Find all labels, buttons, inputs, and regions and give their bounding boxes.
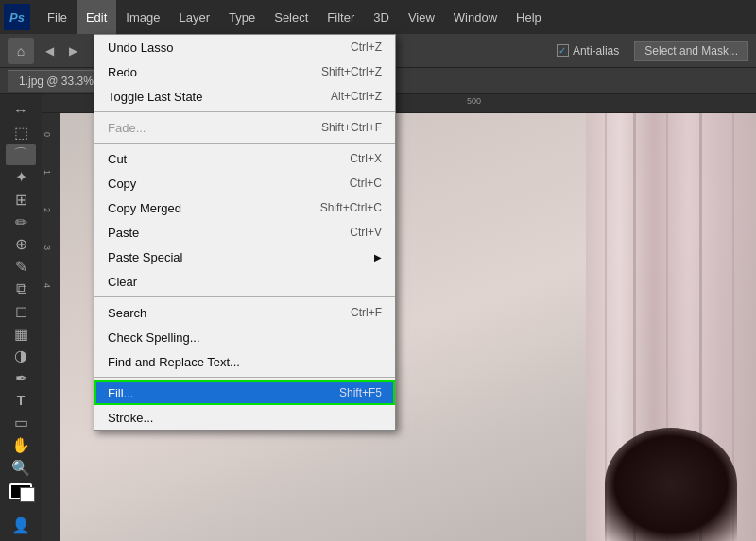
menu-item-redo-shortcut: Shift+Ctrl+Z xyxy=(321,65,382,78)
shape-tool[interactable]: ▭ xyxy=(6,413,36,433)
menu-item-check-spelling-label: Check Spelling... xyxy=(108,330,200,345)
figure xyxy=(605,428,737,541)
menu-file[interactable]: File xyxy=(38,0,77,34)
menu-filter[interactable]: Filter xyxy=(318,0,364,34)
divider-1 xyxy=(94,111,395,112)
hand-tool[interactable]: ✋ xyxy=(6,435,36,456)
menu-item-check-spelling[interactable]: Check Spelling... xyxy=(94,325,395,349)
menu-layer[interactable]: Layer xyxy=(170,0,220,34)
zoom-tool[interactable]: 🔍 xyxy=(6,457,36,478)
menu-item-search[interactable]: Search Ctrl+F xyxy=(94,300,395,325)
menu-select[interactable]: Select xyxy=(265,0,318,34)
move-tool[interactable]: ↔ xyxy=(6,100,36,121)
menu-item-redo[interactable]: Redo Shift+Ctrl+Z xyxy=(94,59,395,84)
menu-item-toggle-last-state[interactable]: Toggle Last State Alt+Ctrl+Z xyxy=(94,84,395,109)
menu-help[interactable]: Help xyxy=(507,0,551,34)
anti-alias-checkbox[interactable] xyxy=(557,44,569,57)
menu-item-clear[interactable]: Clear xyxy=(94,269,395,294)
dodge-tool[interactable]: ◑ xyxy=(6,346,36,366)
type-tool[interactable]: T xyxy=(6,390,36,411)
vertical-ruler: 0 1 2 3 4 xyxy=(42,113,60,541)
menu-item-fill-shortcut: Shift+F5 xyxy=(339,386,382,399)
menu-item-paste-shortcut: Ctrl+V xyxy=(350,226,382,239)
eraser-tool[interactable]: ◻ xyxy=(6,301,36,322)
menu-3d[interactable]: 3D xyxy=(364,0,399,34)
menu-item-find-replace-label: Find and Replace Text... xyxy=(108,355,240,369)
menu-image[interactable]: Image xyxy=(116,0,169,34)
menu-item-copy-merged-shortcut: Shift+Ctrl+C xyxy=(320,201,382,214)
menu-item-cut-shortcut: Ctrl+X xyxy=(350,152,382,165)
menu-item-find-replace[interactable]: Find and Replace Text... xyxy=(94,349,395,374)
menu-item-fade-shortcut: Shift+Ctrl+F xyxy=(321,121,382,134)
menu-item-redo-label: Redo xyxy=(108,65,137,79)
arrow-left[interactable]: ◀ xyxy=(42,42,58,59)
divider-3 xyxy=(94,296,395,297)
v-ruler-ticks: 0 xyxy=(43,132,52,137)
menu-item-stroke-label: Stroke... xyxy=(108,411,153,425)
clone-tool[interactable]: ⧉ xyxy=(6,279,36,299)
heal-tool[interactable]: ⊕ xyxy=(6,234,36,255)
anti-alias-group: Anti-alias xyxy=(557,44,619,58)
menu-item-paste-special-label: Paste Special xyxy=(108,250,183,264)
brush-tool[interactable]: ✎ xyxy=(6,256,36,277)
menu-item-cut[interactable]: Cut Ctrl+X xyxy=(94,146,395,171)
menu-view[interactable]: View xyxy=(399,0,444,34)
menu-item-fill-label: Fill... xyxy=(108,386,133,400)
ps-logo: Ps xyxy=(4,4,30,30)
menu-item-clear-label: Clear xyxy=(108,275,137,289)
eyedropper-tool[interactable]: ✏ xyxy=(6,211,36,232)
lasso-tool[interactable]: ⌒ xyxy=(6,144,36,165)
person-icon[interactable]: 👤 xyxy=(6,515,36,535)
marquee-tool[interactable]: ⬚ xyxy=(6,123,36,144)
ruler-tick-500: 500 xyxy=(467,96,481,106)
menu-item-paste-special[interactable]: Paste Special xyxy=(94,245,395,269)
menu-bar: Ps File Edit Image Layer Type Select Fil… xyxy=(0,0,756,34)
select-and-mask-button[interactable]: Select and Mask... xyxy=(634,41,748,61)
menu-item-copy-merged[interactable]: Copy Merged Shift+Ctrl+C xyxy=(94,195,395,220)
menu-item-undo[interactable]: Undo Lasso Ctrl+Z xyxy=(94,35,395,59)
menu-item-copy-label: Copy xyxy=(108,177,136,191)
edit-dropdown-menu: Undo Lasso Ctrl+Z Redo Shift+Ctrl+Z Togg… xyxy=(94,34,396,431)
menu-item-copy[interactable]: Copy Ctrl+C xyxy=(94,171,395,195)
menu-type[interactable]: Type xyxy=(219,0,265,34)
magic-wand-tool[interactable]: ✦ xyxy=(6,167,36,188)
menu-item-fill[interactable]: Fill... Shift+F5 xyxy=(94,380,395,405)
menu-item-fade-label: Fade... xyxy=(108,121,146,135)
menu-item-search-label: Search xyxy=(108,306,146,320)
menu-item-stroke[interactable]: Stroke... xyxy=(94,405,395,430)
anti-alias-label: Anti-alias xyxy=(573,44,619,58)
pen-tool[interactable]: ✒ xyxy=(6,368,36,389)
foreground-color[interactable] xyxy=(9,483,32,500)
menu-window[interactable]: Window xyxy=(444,0,507,34)
crop-tool[interactable]: ⊞ xyxy=(6,190,36,211)
home-icon[interactable]: ⌂ xyxy=(8,38,34,64)
gradient-tool[interactable]: ▦ xyxy=(6,323,36,344)
divider-2 xyxy=(94,143,395,144)
menu-item-toggle-label: Toggle Last State xyxy=(108,90,202,104)
menu-item-paste-label: Paste xyxy=(108,226,139,240)
menu-item-copy-shortcut: Ctrl+C xyxy=(350,177,382,190)
menu-item-toggle-shortcut: Alt+Ctrl+Z xyxy=(331,90,382,103)
menu-item-cut-label: Cut xyxy=(108,152,127,166)
menu-item-undo-shortcut: Ctrl+Z xyxy=(351,41,382,54)
left-toolbar: ↔ ⬚ ⌒ ✦ ⊞ ✏ ⊕ ✎ ⧉ ◻ ▦ ◑ ✒ T ▭ ✋ 🔍 👤 xyxy=(0,94,42,541)
menu-item-undo-label: Undo Lasso xyxy=(108,41,173,55)
arrow-right[interactable]: ▶ xyxy=(65,42,81,59)
menu-item-fade[interactable]: Fade... Shift+Ctrl+F xyxy=(94,115,395,140)
menu-item-paste[interactable]: Paste Ctrl+V xyxy=(94,220,395,245)
menu-item-search-shortcut: Ctrl+F xyxy=(351,306,382,319)
menu-edit[interactable]: Edit xyxy=(77,0,116,34)
menu-item-copy-merged-label: Copy Merged xyxy=(108,201,181,215)
divider-4 xyxy=(94,377,395,378)
